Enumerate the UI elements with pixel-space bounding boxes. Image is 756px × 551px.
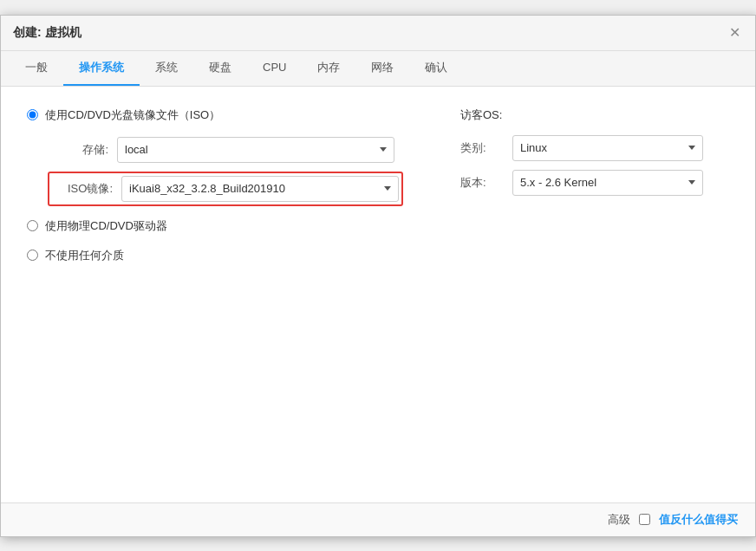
iso-select[interactable]: iKuai8_x32_3.2.8_Build2019​10: [121, 176, 399, 202]
dialog-title: 创建: 虚拟机: [13, 25, 81, 41]
iso-field-row: ISO镜像: iKuai8_x32_3.2.8_Build2019​10: [48, 172, 426, 206]
use-iso-radio[interactable]: [27, 109, 38, 120]
close-button[interactable]: ✕: [726, 24, 743, 42]
use-physical-radio[interactable]: [27, 220, 38, 231]
tab-general[interactable]: 一般: [10, 51, 63, 86]
physical-option-row: 使用物理CD/DVD驱动器: [27, 218, 426, 234]
footer: 高级 值反什么值得买: [1, 502, 755, 536]
category-row: 类别: Linux: [460, 135, 729, 161]
category-label: 类别:: [460, 140, 504, 156]
tab-system[interactable]: 系统: [140, 51, 193, 86]
tab-cpu[interactable]: CPU: [247, 52, 302, 84]
category-select[interactable]: Linux: [512, 135, 703, 161]
tab-confirm[interactable]: 确认: [409, 51, 463, 86]
tab-os[interactable]: 操作系统: [63, 51, 140, 86]
no-media-option-row: 不使用任何介质: [27, 248, 426, 263]
version-row: 版本: 5.x - 2.6 Kernel: [460, 170, 729, 196]
iso-option-row: 使用CD/DVD光盘镜像文件（ISO）: [27, 107, 426, 123]
no-media-radio[interactable]: [27, 250, 38, 261]
advanced-checkbox[interactable]: [639, 514, 650, 525]
iso-label: ISO镜像:: [52, 181, 113, 197]
storage-select[interactable]: local: [117, 137, 394, 163]
use-physical-label[interactable]: 使用物理CD/DVD驱动器: [45, 218, 167, 234]
storage-label: 存储:: [48, 142, 108, 158]
use-iso-label[interactable]: 使用CD/DVD光盘镜像文件（ISO）: [45, 107, 220, 123]
title-bar: 创建: 虚拟机 ✕: [1, 16, 755, 51]
no-media-label[interactable]: 不使用任何介质: [45, 248, 124, 263]
tab-memory[interactable]: 内存: [302, 51, 355, 86]
tab-bar: 一般 操作系统 系统 硬盘 CPU 内存 网络 确认: [1, 51, 755, 87]
version-label: 版本:: [460, 175, 504, 191]
advanced-label: 高级: [608, 512, 630, 528]
brand-text: 值反什么值得买: [659, 512, 738, 528]
visitor-os-heading: 访客OS:: [460, 107, 729, 123]
tab-harddisk[interactable]: 硬盘: [193, 51, 247, 86]
storage-row: 存储: local: [48, 137, 426, 163]
left-panel: 使用CD/DVD光盘镜像文件（ISO） 存储: local ISO镜像: iKu…: [27, 107, 426, 277]
content-area: 使用CD/DVD光盘镜像文件（ISO） 存储: local ISO镜像: iKu…: [1, 87, 755, 502]
dialog: 创建: 虚拟机 ✕ 一般 操作系统 系统 硬盘 CPU 内存 网络 确认 使用C…: [0, 15, 756, 537]
right-panel: 访客OS: 类别: Linux 版本: 5.x - 2.6 Kernel: [460, 107, 729, 277]
iso-highlighted-box: ISO镜像: iKuai8_x32_3.2.8_Build2019​10: [48, 172, 403, 206]
main-content: 使用CD/DVD光盘镜像文件（ISO） 存储: local ISO镜像: iKu…: [27, 107, 729, 277]
version-select[interactable]: 5.x - 2.6 Kernel: [512, 170, 703, 196]
tab-network[interactable]: 网络: [355, 51, 409, 86]
